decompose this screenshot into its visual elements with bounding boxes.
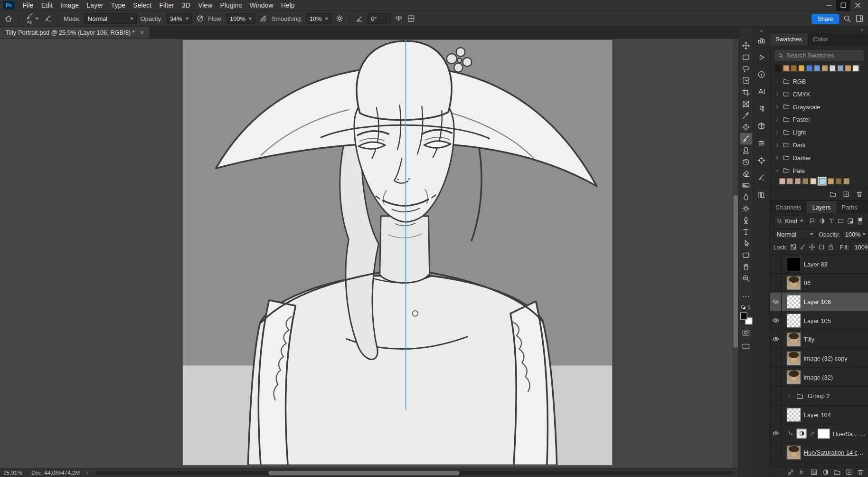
filter-adjustment-layers-icon[interactable]: [819, 218, 825, 224]
menu-layer[interactable]: Layer: [83, 1, 107, 9]
swatch[interactable]: [779, 178, 785, 184]
swatch[interactable]: [806, 65, 812, 71]
brush-settings-toggle-icon[interactable]: [44, 14, 52, 22]
swatch-group-pastel[interactable]: Pastel: [770, 113, 868, 126]
airbrush-icon[interactable]: [259, 14, 267, 22]
swatches-search-input[interactable]: [787, 52, 860, 59]
tab-color[interactable]: Color: [808, 33, 833, 46]
eyedropper-tool[interactable]: [740, 110, 752, 121]
horizontal-scrollbar[interactable]: [96, 470, 733, 475]
swatch-group-darker[interactable]: Darker: [770, 151, 868, 164]
layer-thumbnail[interactable]: [787, 313, 801, 327]
chevron-right-icon[interactable]: [774, 129, 780, 135]
paint-symmetry-icon[interactable]: [395, 14, 403, 22]
visibility-toggle[interactable]: [770, 443, 782, 461]
vertical-scrollbar[interactable]: [733, 39, 739, 468]
layer-name[interactable]: image (32): [804, 373, 833, 380]
new-adjustment-layer-button[interactable]: [822, 468, 829, 476]
layer-name[interactable]: Layer 104: [804, 411, 831, 418]
hand-tool[interactable]: [740, 261, 752, 272]
pressure-opacity-icon[interactable]: [196, 14, 204, 22]
foreground-background-colors[interactable]: [740, 313, 752, 325]
zoom-level[interactable]: 25,91%: [3, 470, 22, 476]
brush-angle-field[interactable]: 0°: [368, 13, 391, 24]
healing-brush-tool[interactable]: [740, 121, 752, 133]
swatch[interactable]: [843, 178, 850, 184]
delete-swatch-button[interactable]: [856, 191, 863, 198]
lock-position-button[interactable]: [809, 243, 815, 250]
menu-file[interactable]: File: [19, 1, 38, 9]
visibility-eye-icon[interactable]: [770, 330, 782, 348]
swatch[interactable]: [798, 65, 805, 71]
smoothing-options-gear-icon[interactable]: [336, 14, 344, 22]
swatches-search[interactable]: [774, 50, 864, 61]
layer-name[interactable]: Layer 83: [804, 261, 828, 267]
tab-swatches[interactable]: Swatches: [770, 33, 808, 46]
paragraph-panel-icon[interactable]: [755, 103, 768, 114]
clone-stamp-tool[interactable]: [740, 144, 752, 156]
type-tool[interactable]: [740, 226, 752, 238]
chevron-right-icon[interactable]: [774, 155, 780, 161]
opacity-field[interactable]: 34%: [167, 13, 192, 24]
document-canvas[interactable]: [183, 40, 613, 465]
menu-type[interactable]: Type: [107, 1, 129, 9]
filter-smart-objects-icon[interactable]: [847, 218, 854, 224]
layer-row[interactable]: image (32) copy: [770, 349, 868, 368]
layer-row[interactable]: Hue/Sa... copy: [770, 424, 868, 443]
swatch-group-cmyk[interactable]: CMYK: [770, 87, 868, 100]
layer-style-button[interactable]: fx: [799, 468, 806, 476]
default-colors-icon[interactable]: [740, 305, 746, 310]
layer-name[interactable]: Hue/Sa... copy: [832, 430, 866, 437]
layer-name[interactable]: Tilly: [804, 336, 814, 343]
tab-layers[interactable]: Layers: [807, 201, 836, 213]
menu-view[interactable]: View: [194, 1, 216, 9]
lasso-tool[interactable]: [740, 63, 752, 75]
delete-layer-button[interactable]: [857, 468, 864, 476]
menu-edit[interactable]: Edit: [38, 1, 57, 9]
vertical-scrollbar-thumb[interactable]: [734, 195, 738, 348]
minimize-button[interactable]: [821, 0, 836, 11]
swatch-group-dark[interactable]: Dark: [770, 138, 868, 151]
swatch[interactable]: [802, 178, 809, 184]
swatch-group-light[interactable]: Light: [770, 126, 868, 139]
close-button[interactable]: [850, 0, 865, 11]
layer-thumbnail[interactable]: [787, 407, 801, 421]
path-selection-tool[interactable]: [740, 238, 752, 249]
add-layer-mask-button[interactable]: [811, 468, 818, 476]
layer-thumbnail[interactable]: [787, 295, 801, 309]
swap-colors-icon[interactable]: [746, 305, 752, 310]
swatch[interactable]: [794, 178, 801, 184]
flow-field[interactable]: 100%: [226, 13, 255, 24]
layer-row[interactable]: Layer 106: [770, 293, 868, 312]
layer-name[interactable]: Layer 105: [804, 317, 831, 324]
swatch[interactable]: [852, 65, 859, 71]
marquee-tool[interactable]: [740, 51, 752, 63]
brush-preset-picker[interactable]: 56: [24, 11, 40, 26]
chevron-right-icon[interactable]: [774, 91, 780, 97]
layer-name[interactable]: Hue/Saturation 14 copy...: [804, 449, 866, 456]
brush-settings-panel-icon[interactable]: [755, 172, 768, 182]
adjustments-panel-icon[interactable]: [755, 137, 768, 148]
visibility-toggle[interactable]: [770, 274, 782, 292]
layer-row[interactable]: Layer 104: [770, 405, 868, 424]
visibility-eye-icon[interactable]: [770, 311, 782, 329]
visibility-toggle[interactable]: [770, 255, 782, 273]
layer-name[interactable]: Group 2: [808, 392, 830, 399]
lock-pixels-button[interactable]: [800, 243, 806, 250]
tab-paths[interactable]: Paths: [836, 201, 863, 213]
layer-name[interactable]: Layer 106: [804, 298, 831, 305]
layer-opacity-field[interactable]: 100%: [842, 229, 865, 239]
layer-thumbnail[interactable]: [787, 445, 801, 459]
visibility-toggle[interactable]: [770, 368, 782, 386]
home-icon[interactable]: [4, 14, 12, 22]
foreground-color-chip[interactable]: [740, 313, 747, 320]
smoothing-field[interactable]: 10%: [306, 13, 332, 24]
menu-plugins[interactable]: Plugins: [216, 1, 245, 9]
edit-toolbar-icon[interactable]: [740, 291, 752, 302]
eraser-tool[interactable]: [740, 168, 752, 179]
blend-mode-select[interactable]: Normal: [85, 13, 137, 24]
shape-tool[interactable]: [740, 249, 752, 261]
adjustment-layer-thumbnail[interactable]: [797, 429, 807, 439]
layer-mask-thumbnail[interactable]: [818, 429, 830, 439]
chevron-right-icon[interactable]: [774, 116, 780, 122]
